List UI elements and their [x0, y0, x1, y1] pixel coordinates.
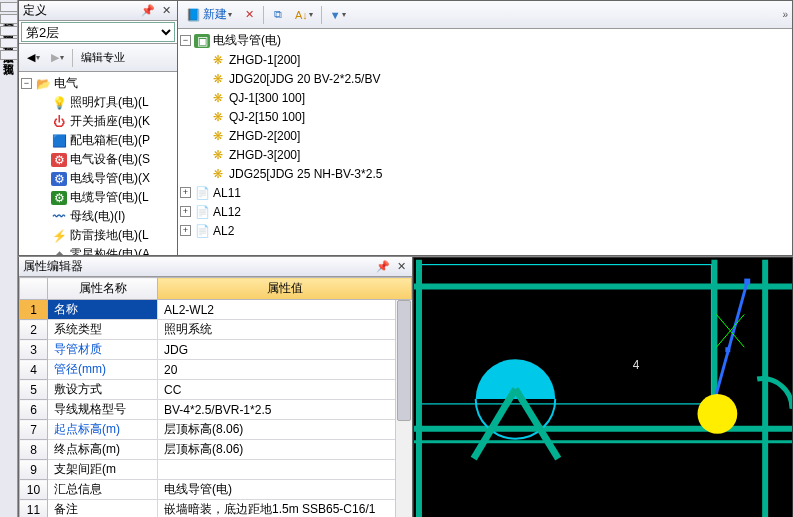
tree-item-label: 防雷接地(电)(L	[70, 227, 149, 244]
property-row[interactable]: 3导管材质JDG	[20, 340, 412, 360]
tree-item[interactable]: ❋QJ-1[300 100]	[180, 88, 792, 107]
property-name-cell[interactable]: 终点标高(m)	[48, 440, 158, 460]
copy-button[interactable]: ⧉	[267, 4, 289, 26]
switch-icon: ⏻	[51, 115, 67, 129]
sort-button[interactable]: A↓▾	[290, 4, 318, 26]
tree-item[interactable]: ◆零星构件(电)(A	[21, 245, 177, 255]
tree-item-label: QJ-2[150 100]	[229, 110, 305, 124]
tree-item[interactable]: ⚙电缆导管(电)(L	[21, 188, 177, 207]
property-value-cell[interactable]: 电线导管(电)	[158, 480, 412, 500]
expand-toggle[interactable]: +	[180, 225, 191, 236]
tree-item[interactable]: 〰母线(电)(I)	[21, 207, 177, 226]
close-icon[interactable]: ✕	[394, 260, 408, 274]
property-name-cell[interactable]: 备注	[48, 500, 158, 518]
property-name-cell[interactable]: 支架间距(m	[48, 460, 158, 480]
property-row[interactable]: 8终点标高(m)层顶标高(8.06)	[20, 440, 412, 460]
filter-button[interactable]: ▼▾	[325, 4, 351, 26]
new-button[interactable]: 📘新建▾	[181, 4, 237, 26]
component-tree[interactable]: −▣电线导管(电)❋ZHGD-1[200]❋JDG20[JDG 20 BV-2*…	[178, 29, 792, 255]
tree-item[interactable]: 💡照明灯具(电)(L	[21, 93, 177, 112]
rownum-header	[20, 278, 48, 300]
expand-toggle[interactable]: +	[180, 206, 191, 217]
tab-report-preview[interactable]: 报表预览	[0, 50, 17, 60]
tree-item-label: AL12	[213, 205, 241, 219]
property-row[interactable]: 1名称AL2-WL2	[20, 300, 412, 320]
tree-item[interactable]: +📄AL12	[180, 202, 792, 221]
tree-item-label: 电气设备(电)(S	[70, 151, 150, 168]
toolbar-expand-icon[interactable]: »	[782, 9, 788, 20]
tree-item[interactable]: ❋ZHGD-3[200]	[180, 145, 792, 164]
property-name-cell[interactable]: 管径(mm)	[48, 360, 158, 380]
sun-icon: ❋	[210, 53, 226, 67]
tree-item[interactable]: −📂电气	[21, 74, 177, 93]
property-value-cell[interactable]: 层顶标高(8.06)	[158, 420, 412, 440]
category-tree[interactable]: −📂电气💡照明灯具(电)(L⏻开关插座(电)(K🟦配电箱柜(电)(P⚙电气设备(…	[19, 72, 177, 255]
definition-toolbar: ◀▾ ▶▾ 编辑专业	[19, 44, 177, 72]
nav-fwd-button[interactable]: ▶▾	[46, 47, 69, 69]
tree-item[interactable]: ❋ZHGD-1[200]	[180, 50, 792, 69]
tree-item[interactable]: 🟦配电箱柜(电)(P	[21, 131, 177, 150]
property-name-cell[interactable]: 系统类型	[48, 320, 158, 340]
property-row[interactable]: 4管径(mm)20	[20, 360, 412, 380]
tree-item[interactable]: ❋ZHGD-2[200]	[180, 126, 792, 145]
tab-draw-input[interactable]: 绘图输入	[0, 14, 17, 24]
property-value-cell[interactable]: JDG	[158, 340, 412, 360]
property-value-cell[interactable]: 嵌墙暗装，底边距地1.5m SSB65-C16/1	[158, 500, 412, 518]
property-value-cell[interactable]: BV-4*2.5/BVR-1*2.5	[158, 400, 412, 420]
nav-back-button[interactable]: ◀▾	[22, 47, 45, 69]
box-icon: 🟦	[51, 134, 67, 148]
property-value-cell[interactable]: CC	[158, 380, 412, 400]
row-number: 3	[20, 340, 48, 360]
property-row[interactable]: 10汇总信息电线导管(电)	[20, 480, 412, 500]
tree-item-label: 电缆导管(电)(L	[70, 189, 149, 206]
tree-item[interactable]: −▣电线导管(电)	[180, 31, 792, 50]
expand-toggle[interactable]: +	[180, 187, 191, 198]
property-value-cell[interactable]	[158, 460, 412, 480]
property-row[interactable]: 7起点标高(m)层顶标高(8.06)	[20, 420, 412, 440]
property-value-cell[interactable]: 20	[158, 360, 412, 380]
property-name-cell[interactable]: 导线规格型号	[48, 400, 158, 420]
floor-select[interactable]: 第2层	[21, 22, 175, 42]
doc-icon: 📄	[194, 205, 210, 219]
pin-icon[interactable]: 📌	[376, 260, 390, 274]
property-row[interactable]: 11备注嵌墙暗装，底边距地1.5m SSB65-C16/1	[20, 500, 412, 518]
tree-item[interactable]: ⚙电气设备(电)(S	[21, 150, 177, 169]
property-row[interactable]: 2系统类型照明系统	[20, 320, 412, 340]
tab-table-input[interactable]: 表格输入	[0, 26, 17, 36]
tree-item[interactable]: +📄AL11	[180, 183, 792, 202]
property-row[interactable]: 9支架间距(m	[20, 460, 412, 480]
property-name-cell[interactable]: 导管材质	[48, 340, 158, 360]
sun-icon: ❋	[210, 148, 226, 162]
property-row[interactable]: 5敷设方式CC	[20, 380, 412, 400]
tree-item[interactable]: ❋QJ-2[150 100]	[180, 107, 792, 126]
property-value-cell[interactable]: 层顶标高(8.06)	[158, 440, 412, 460]
edit-major-button[interactable]: 编辑专业	[76, 47, 130, 69]
tree-item[interactable]: ⚡防雷接地(电)(L	[21, 226, 177, 245]
property-row[interactable]: 6导线规格型号BV-4*2.5/BVR-1*2.5	[20, 400, 412, 420]
property-name-cell[interactable]: 起点标高(m)	[48, 420, 158, 440]
property-value-cell[interactable]: 照明系统	[158, 320, 412, 340]
grid-scrollbar[interactable]	[395, 300, 412, 517]
tab-apply-rules[interactable]: 集中套用做法	[0, 38, 17, 48]
tree-item[interactable]: ❋JDG20[JDG 20 BV-2*2.5/BV	[180, 69, 792, 88]
tab-project-settings[interactable]: 工程设置	[0, 2, 17, 12]
close-icon[interactable]: ✕	[159, 4, 173, 18]
cad-canvas[interactable]: 4	[413, 257, 793, 517]
expand-toggle[interactable]: −	[180, 35, 191, 46]
expand-toggle[interactable]: −	[21, 78, 32, 89]
delete-button[interactable]: ✕	[238, 4, 260, 26]
pin-icon[interactable]: 📌	[141, 4, 155, 18]
row-number: 8	[20, 440, 48, 460]
pipe-icon: ▣	[194, 34, 210, 48]
tree-item[interactable]: ❋JDG25[JDG 25 NH-BV-3*2.5	[180, 164, 792, 183]
sun-icon: ❋	[210, 72, 226, 86]
property-name-cell[interactable]: 敷设方式	[48, 380, 158, 400]
property-grid[interactable]: 属性名称 属性值 1名称AL2-WL22系统类型照明系统3导管材质JDG4管径(…	[19, 277, 412, 517]
property-name-cell[interactable]: 名称	[48, 300, 158, 320]
tree-item[interactable]: +📄AL2	[180, 221, 792, 240]
tree-item[interactable]: ⚙电线导管(电)(X	[21, 169, 177, 188]
tree-item[interactable]: ⏻开关插座(电)(K	[21, 112, 177, 131]
property-name-cell[interactable]: 汇总信息	[48, 480, 158, 500]
bulb-icon: 💡	[51, 96, 67, 110]
property-value-cell[interactable]: AL2-WL2	[158, 300, 412, 320]
